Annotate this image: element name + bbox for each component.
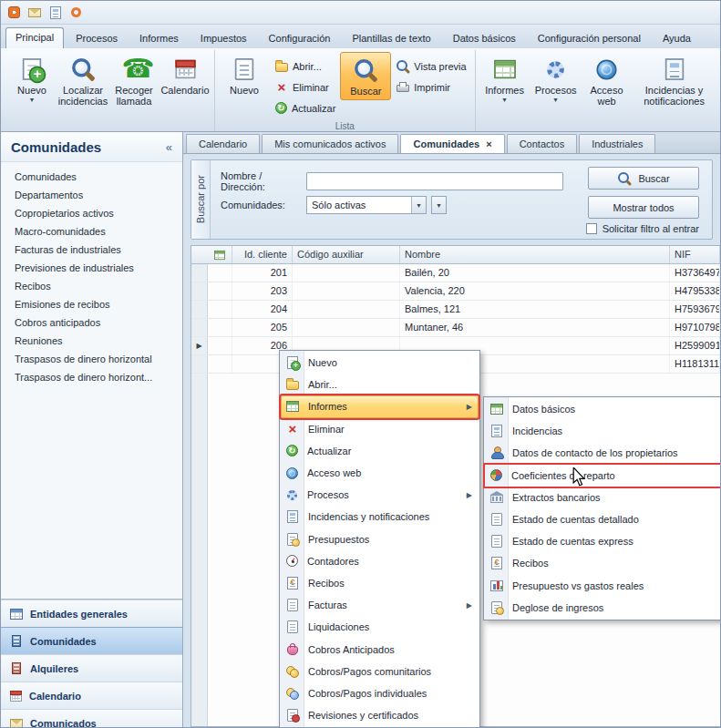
sidebar-header: Comunidades « <box>1 132 182 162</box>
sidebar-nav-item[interactable]: Comunidades <box>1 627 182 654</box>
chevron-down-icon[interactable]: ▼ <box>411 197 426 213</box>
table-row[interactable]: 201Bailén, 20H37364973 <box>191 264 720 282</box>
ribbon-tab-4[interactable]: Impuestos <box>191 28 257 48</box>
sidebar-nav-item[interactable]: Calendario <box>1 682 182 709</box>
context-menu-item[interactable]: Procesos▶ <box>281 484 479 506</box>
document-tab[interactable]: Industriales <box>579 134 655 153</box>
context-menu-item-label: Facturas <box>308 600 347 610</box>
ribbon-tab-9[interactable]: Ayuda <box>653 28 701 48</box>
close-icon[interactable]: × <box>486 138 491 149</box>
search-by-strip: Buscar por <box>191 160 211 239</box>
submenu-item[interactable]: Incidencias <box>485 420 721 442</box>
sidebar-item[interactable]: Traspasos de dinero horizont... <box>1 368 182 386</box>
ribbon-tab-2[interactable]: Procesos <box>66 28 128 48</box>
preview-button[interactable]: Vista previa <box>391 57 470 75</box>
pickup-call-button[interactable]: Recoger llamada <box>108 52 160 109</box>
ribbon-tab-6[interactable]: Plantillas de texto <box>342 28 440 48</box>
sidebar-item[interactable]: Emisiones de recibos <box>1 295 182 313</box>
incidents-notifications-button[interactable]: Incidencias y notificaciones <box>633 52 716 109</box>
sidebar-item[interactable]: Traspasos de dinero horizontal <box>1 350 182 368</box>
context-menu-item[interactable]: Revisiones y certificados <box>281 704 479 726</box>
mail-icon[interactable] <box>28 8 41 17</box>
context-menu-item[interactable]: Eliminar <box>281 418 479 440</box>
communities-select[interactable]: Sólo activas ▼ <box>306 196 427 214</box>
context-menu-item[interactable]: Cobros Anticipados <box>281 638 479 660</box>
notes-icon[interactable] <box>50 6 61 19</box>
grid-header-icon-cell[interactable] <box>207 246 232 263</box>
context-menu-item[interactable]: Contadores <box>281 550 479 572</box>
sidebar-item[interactable]: Recibos <box>1 277 182 295</box>
table-row[interactable]: 203Valencia, 220H47953385 <box>191 282 720 301</box>
sidebar-item[interactable]: Cobros anticipados <box>1 313 182 332</box>
submenu-item[interactable]: Extractos bancarios <box>485 487 721 508</box>
submenu-item[interactable]: Estado de cuentas express <box>485 530 721 552</box>
context-menu-item[interactable]: Informes▶ <box>281 395 479 417</box>
context-menu-item[interactable]: Cobros/Pagos comunitarios <box>281 661 479 682</box>
column-header-codigo-auxiliar[interactable]: Código auxiliar <box>293 246 400 263</box>
context-menu-item[interactable]: Facturas▶ <box>281 594 479 616</box>
submenu-item[interactable]: Datos de contacto de los propietarios <box>485 442 721 464</box>
reports-button[interactable]: Informes ▼ <box>479 52 530 106</box>
new-list-item-button[interactable]: Nuevo <box>219 52 270 98</box>
sidebar-nav-item[interactable]: Comunicados <box>1 709 182 728</box>
record-icon[interactable] <box>71 7 81 17</box>
ribbon-tab-8[interactable]: Configuración personal <box>528 28 651 48</box>
document-tab[interactable]: Mis comunicados activos <box>262 134 398 153</box>
context-menu-item[interactable]: Incidencias y notificaciones <box>281 506 479 528</box>
sidebar-item[interactable]: Previsiones de industriales <box>1 259 182 277</box>
locate-incidents-button[interactable]: Localizar incidencias <box>57 52 108 109</box>
print-button[interactable]: Imprimir <box>391 78 470 96</box>
search-ribbon-button[interactable]: Buscar <box>340 52 391 100</box>
open-button[interactable]: Abrir... <box>270 57 340 75</box>
context-menu-item[interactable]: Nuevo <box>281 352 479 374</box>
sidebar-nav-item[interactable]: Alquileres <box>1 654 182 682</box>
context-menu-item[interactable]: Liquidaciones <box>281 616 479 638</box>
web-access-button[interactable]: Acceso web <box>582 52 633 109</box>
ribbon-tab-3[interactable]: Informes <box>129 28 189 48</box>
new-button[interactable]: Nuevo ▼ <box>6 52 57 106</box>
sidebar-item[interactable]: Departamentos <box>1 186 182 204</box>
column-header-nif[interactable]: NIF <box>670 246 720 263</box>
sidebar-item[interactable]: Facturas de industriales <box>1 241 182 259</box>
ribbon-tab-1[interactable]: Principal <box>5 27 64 48</box>
calendar-ribbon-button[interactable]: Calendario <box>160 52 211 98</box>
context-menu-item[interactable]: Presupuestos <box>281 528 479 550</box>
submenu-item[interactable]: Recibos <box>485 552 721 574</box>
refresh-button[interactable]: Actualizar <box>270 99 340 117</box>
document-tab[interactable]: Contactos <box>507 134 578 153</box>
submenu-item[interactable]: Datos básicos <box>485 398 721 420</box>
processes-button[interactable]: Procesos ▼ <box>530 52 582 106</box>
context-menu-item[interactable]: Recibos <box>281 572 479 594</box>
context-menu-item[interactable]: Abrir... <box>281 374 479 395</box>
collapse-sidebar-icon[interactable]: « <box>166 140 172 154</box>
ribbon-tab-5[interactable]: Configuración <box>259 28 341 48</box>
submenu-item[interactable]: Coeficientes de reparto <box>485 465 721 487</box>
name-address-input[interactable] <box>306 172 563 190</box>
submenu-item[interactable]: Estado de cuentas detallado <box>485 508 721 530</box>
delete-button[interactable]: Eliminar <box>270 78 340 96</box>
context-menu-item[interactable]: Cobros/Pagos individuales <box>281 682 479 704</box>
budgets-ribbon-button[interactable]: Presu <box>716 52 720 98</box>
submenu-item[interactable]: Deglose de ingresos <box>485 597 721 619</box>
app-icon[interactable] <box>8 6 20 18</box>
show-all-button[interactable]: Mostrar todos <box>588 196 699 219</box>
sidebar-nav-label: Comunicados <box>30 718 97 728</box>
column-header-nombre[interactable]: Nombre <box>400 246 670 263</box>
column-header-id-cliente[interactable]: Id. cliente <box>232 246 293 263</box>
context-menu-item[interactable]: Actualizar <box>281 440 479 462</box>
context-menu-item[interactable]: Acceso web <box>281 462 479 484</box>
filter-on-enter-checkbox[interactable] <box>586 223 597 234</box>
sidebar-item[interactable]: Reuniones <box>1 332 182 350</box>
communities-extra-dropdown[interactable]: ▼ <box>431 196 447 214</box>
table-row[interactable]: 205Muntaner, 46H97107981 <box>191 319 720 337</box>
sidebar-item[interactable]: Copropietarios activos <box>1 204 182 222</box>
sidebar-item[interactable]: Comunidades <box>1 168 182 186</box>
document-tab[interactable]: Calendario <box>186 134 260 153</box>
sidebar-nav-item[interactable]: Entidades generales <box>1 600 182 627</box>
document-tab[interactable]: Comunidades× <box>400 134 504 153</box>
table-row[interactable]: 204Balmes, 121H75936799 <box>191 301 720 319</box>
submenu-item[interactable]: Presupuesto vs gastos reales <box>485 575 721 597</box>
sidebar-item[interactable]: Macro-comunidades <box>1 222 182 241</box>
search-button[interactable]: Buscar <box>588 167 699 190</box>
ribbon-tab-7[interactable]: Datos básicos <box>443 28 526 48</box>
